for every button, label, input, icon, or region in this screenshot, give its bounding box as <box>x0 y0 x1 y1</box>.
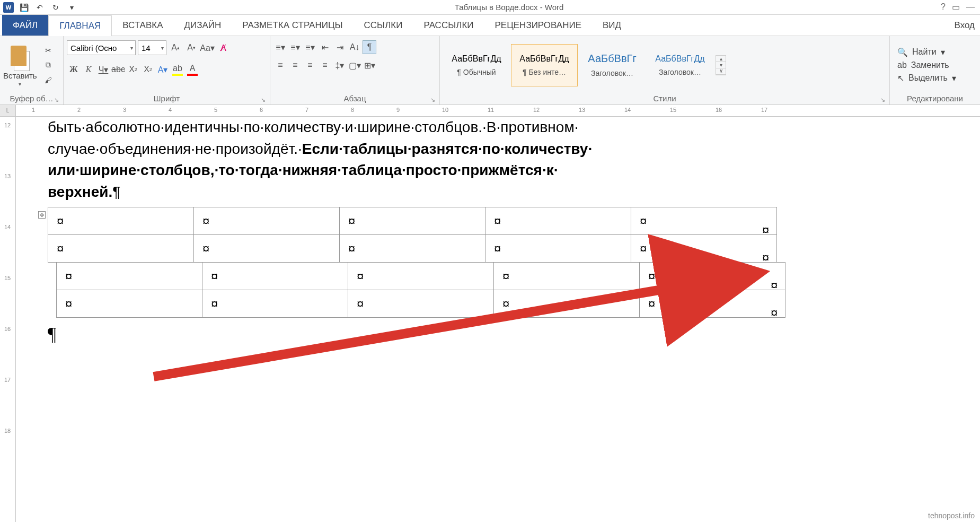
tab-review[interactable]: РЕЦЕНЗИРОВАНИЕ <box>484 15 593 36</box>
bold-button[interactable]: Ж <box>67 63 81 76</box>
increase-indent-icon[interactable]: ⇥ <box>333 40 347 54</box>
sign-in-link[interactable]: Вход <box>955 15 980 36</box>
table-cell[interactable]: ¤ <box>640 263 785 290</box>
table-cell[interactable]: ¤ <box>340 235 485 263</box>
ruler-corner: L <box>0 105 16 116</box>
bullets-icon[interactable]: ≡▾ <box>273 40 287 54</box>
decrease-indent-icon[interactable]: ⇤ <box>318 40 332 54</box>
table-cell[interactable]: ¤ <box>485 207 631 235</box>
tab-references[interactable]: ССЫЛКИ <box>354 15 413 36</box>
replace-icon: ab <box>897 60 907 70</box>
tab-insert[interactable]: ВСТАВКА <box>112 15 173 36</box>
help-icon[interactable]: ? <box>941 2 946 12</box>
justify-icon[interactable]: ≡ <box>318 58 332 72</box>
table-cell[interactable]: ¤ <box>48 235 194 263</box>
table-row: ¤ ¤ ¤ ¤ ¤ <box>48 235 777 263</box>
table-cell[interactable]: ¤ <box>194 207 340 235</box>
tab-file[interactable]: ФАЙЛ <box>2 15 48 36</box>
undo-icon[interactable]: ↶ <box>34 2 46 13</box>
tab-view[interactable]: ВИД <box>592 15 632 36</box>
styles-more-icon[interactable]: ⊻ <box>716 68 726 75</box>
text-effects-icon[interactable]: A▾ <box>156 63 170 76</box>
copy-icon[interactable]: ⧉ <box>42 59 54 71</box>
horizontal-ruler[interactable]: L 1234567891011121314151617 <box>0 105 980 117</box>
cut-icon[interactable]: ✂ <box>42 45 54 56</box>
redo-icon[interactable]: ↻ <box>50 2 61 13</box>
sort-icon[interactable]: A↓ <box>348 40 361 54</box>
format-painter-icon[interactable]: 🖌 <box>42 74 54 86</box>
replace-button[interactable]: abЗаменить <box>897 60 956 70</box>
style-heading2[interactable]: АаБбВвГгДд Заголовок… <box>647 44 713 86</box>
qat-customize-icon[interactable]: ▾ <box>66 2 77 13</box>
shrink-font-icon[interactable]: A▾ <box>184 41 198 55</box>
italic-button[interactable]: К <box>82 63 95 76</box>
multilevel-list-icon[interactable]: ≡▾ <box>303 40 317 54</box>
table-cell[interactable]: ¤ <box>631 235 777 263</box>
table-cell[interactable]: ¤ <box>57 290 202 318</box>
clipboard-launcher-icon[interactable]: ↘ <box>54 97 59 103</box>
line-spacing-icon[interactable]: ‡▾ <box>333 58 347 72</box>
font-name-combo[interactable]: Calibri (Осно <box>67 40 136 55</box>
minimize-icon[interactable]: — <box>966 2 975 12</box>
numbering-icon[interactable]: ≡▾ <box>288 40 302 54</box>
borders-icon[interactable]: ⊞▾ <box>363 58 376 72</box>
table-cell[interactable]: ¤ <box>494 263 640 290</box>
table-cell[interactable]: ¤ <box>202 263 348 290</box>
highlight-color-icon[interactable]: ab <box>171 63 184 76</box>
table-cell[interactable]: ¤ <box>202 290 348 318</box>
word-app-icon[interactable]: W <box>3 2 14 13</box>
table-cell[interactable]: ¤ <box>640 290 785 318</box>
table-cell[interactable]: ¤ <box>57 263 202 290</box>
table-2[interactable]: ¤ ¤ ¤ ¤ ¤ ¤ ¤ ¤ ¤ ¤ <box>56 262 785 318</box>
styles-scroll[interactable]: ▴ ▾ ⊻ <box>716 55 726 75</box>
font-launcher-icon[interactable]: ↘ <box>261 97 266 103</box>
find-button[interactable]: 🔍Найти ▾ <box>897 47 956 57</box>
style-no-spacing[interactable]: АаБбВвГгДд ¶ Без инте… <box>511 44 578 86</box>
table-1[interactable]: ¤ ¤ ¤ ¤ ¤ ¤ ¤ ¤ ¤ ¤ <box>48 207 777 263</box>
table-cell[interactable]: ¤ <box>348 290 494 318</box>
clear-formatting-icon[interactable]: A̸ <box>216 41 230 55</box>
table-move-handle[interactable]: ✥ <box>38 211 46 219</box>
styles-down-icon[interactable]: ▾ <box>716 62 726 68</box>
style-heading1[interactable]: АаБбВвГг Заголовок… <box>579 44 646 86</box>
style-name: Заголовок… <box>659 68 701 76</box>
superscript-button[interactable]: X2 <box>141 63 155 76</box>
grow-font-icon[interactable]: A▴ <box>169 41 182 55</box>
subscript-button[interactable]: X2 <box>126 63 140 76</box>
styles-up-icon[interactable]: ▴ <box>716 56 726 62</box>
shading-icon[interactable]: ▢▾ <box>348 58 361 72</box>
style-normal[interactable]: АаБбВвГгДд ¶ Обычный <box>443 44 510 86</box>
align-right-icon[interactable]: ≡ <box>303 58 317 72</box>
strikethrough-button[interactable]: abc <box>111 63 125 76</box>
tab-mailings[interactable]: РАССЫЛКИ <box>413 15 484 36</box>
table-cell[interactable]: ¤ <box>485 235 631 263</box>
table-cell[interactable]: ¤ <box>340 207 485 235</box>
quick-access-toolbar: W 💾 ↶ ↻ ▾ <box>0 2 77 13</box>
paste-button[interactable]: Вставить ▾ <box>3 44 37 87</box>
table-cell[interactable]: ¤ <box>494 290 640 318</box>
ribbon-display-icon[interactable]: ▭ <box>952 2 960 12</box>
tab-home[interactable]: ГЛАВНАЯ <box>48 15 112 36</box>
row-end-mark: ¤ <box>771 278 778 293</box>
align-left-icon[interactable]: ≡ <box>273 58 287 72</box>
align-center-icon[interactable]: ≡ <box>288 58 302 72</box>
change-case-icon[interactable]: Aa▾ <box>200 41 214 55</box>
vertical-ruler[interactable]: 12131415161718 <box>0 117 16 522</box>
select-button[interactable]: ↖Выделить ▾ <box>897 73 956 83</box>
save-icon[interactable]: 💾 <box>18 2 30 13</box>
table-cell[interactable]: ¤ <box>348 263 494 290</box>
font-color-icon[interactable]: A <box>186 63 199 76</box>
show-marks-icon[interactable]: ¶ <box>363 40 376 54</box>
paragraph-launcher-icon[interactable]: ↘ <box>430 97 435 103</box>
document-page[interactable]: быть·абсолютно·идентичны·по·количеству·и… <box>16 117 980 522</box>
table-cell[interactable]: ¤ <box>48 207 194 235</box>
underline-button[interactable]: Ч▾ <box>96 63 110 76</box>
row-end-mark: ¤ <box>762 223 769 238</box>
tab-design[interactable]: ДИЗАЙН <box>173 15 232 36</box>
table-cell[interactable]: ¤ <box>631 207 777 235</box>
window-title: Таблицы в Ворде.docx - Word <box>77 3 941 12</box>
table-cell[interactable]: ¤ <box>194 235 340 263</box>
tab-page-layout[interactable]: РАЗМЕТКА СТРАНИЦЫ <box>232 15 353 36</box>
styles-launcher-icon[interactable]: ↘ <box>880 97 885 103</box>
font-size-combo[interactable]: 14 <box>138 40 166 55</box>
